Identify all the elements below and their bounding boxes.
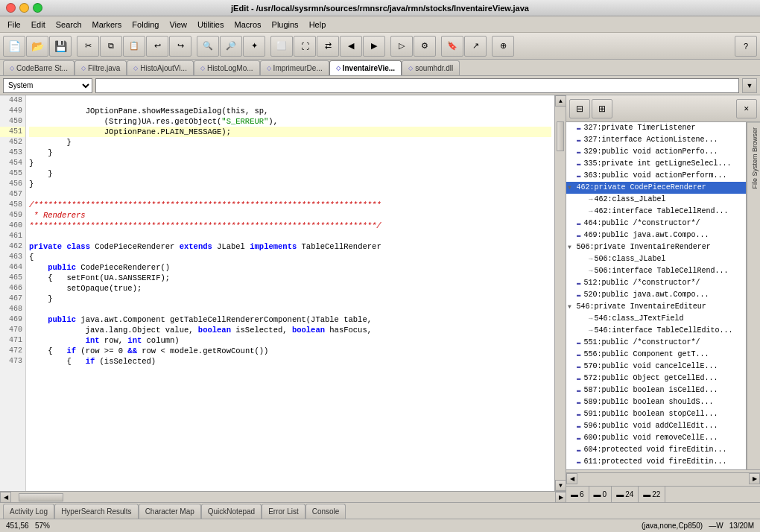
- copy-button[interactable]: ⧉: [100, 36, 122, 57]
- tree-item[interactable]: ▬327:interface ActionListene...: [566, 134, 746, 146]
- open-file-button[interactable]: 📂: [26, 36, 48, 57]
- menu-search[interactable]: Search: [51, 19, 86, 31]
- tree-item[interactable]: ▬329:public void actionPerfo...: [566, 146, 746, 158]
- tree-item[interactable]: ▬587:public boolean isCellEd...: [566, 384, 746, 396]
- search-dropdown-btn[interactable]: ▼: [742, 78, 757, 93]
- count-item-1[interactable]: ▬ 6: [566, 487, 589, 502]
- search-input[interactable]: [95, 78, 739, 93]
- tree-item[interactable]: ▬596:public void addCellEdit...: [566, 420, 746, 432]
- search-button[interactable]: 🔍: [197, 36, 219, 57]
- tab-imprimeur[interactable]: ◇ ImprimeurDe...: [260, 60, 329, 75]
- menu-folding[interactable]: Folding: [127, 19, 163, 31]
- bottom-tab-quicknotepad[interactable]: QuickNotepad: [201, 504, 262, 519]
- nav-prev-button[interactable]: ◀: [340, 36, 362, 57]
- save-file-button[interactable]: 💾: [49, 36, 72, 57]
- redo-button[interactable]: ↪: [169, 36, 191, 57]
- tree-item[interactable]: ▬600:public void removeCellE...: [566, 432, 746, 444]
- tree-expand-arrow[interactable]: ▼: [568, 183, 575, 193]
- tree-expand-arrow[interactable]: ▼: [568, 302, 575, 312]
- tree-item[interactable]: →462:class_JLabel: [566, 194, 746, 206]
- help-button[interactable]: ?: [735, 36, 757, 57]
- scroll-up-button[interactable]: ▲: [555, 95, 566, 107]
- tree-item[interactable]: ▼ 462:private CodePieceRenderer: [566, 182, 746, 194]
- compile-button[interactable]: ⚙: [414, 36, 436, 57]
- tree-item[interactable]: ▬572:public Object getCellEd...: [566, 373, 746, 384]
- replace-button[interactable]: 🔎: [220, 36, 242, 57]
- menu-macros[interactable]: Macros: [229, 19, 265, 31]
- collapse-folds-button[interactable]: ⛶: [294, 36, 316, 57]
- search-in-dir-button[interactable]: ✦: [243, 36, 265, 57]
- search-mode-select[interactable]: System: [3, 78, 92, 93]
- bottom-tab-charmap[interactable]: Character Map: [139, 504, 201, 519]
- run-button[interactable]: ▷: [390, 36, 413, 57]
- tree-item[interactable]: ▬591:public boolean stopCell...: [566, 408, 746, 420]
- paste-button[interactable]: 📋: [123, 36, 145, 57]
- tree-item[interactable]: ▬604:protected void fireEditin...: [566, 444, 746, 456]
- tree-close-button[interactable]: ✕: [736, 99, 757, 118]
- tree-item[interactable]: ▬551:public /*constructor*/: [566, 337, 746, 349]
- count-item-3[interactable]: ▬ 24: [612, 487, 639, 502]
- maximize-button[interactable]: [33, 3, 42, 13]
- bottom-tab-console[interactable]: Console: [305, 504, 346, 519]
- tree-item[interactable]: ▬335:private int getLigneSelecl...: [566, 158, 746, 170]
- hscroll-thumb[interactable]: [19, 493, 63, 501]
- code-editor[interactable]: 448 449 450 451 452 453 454 455 456 457 …: [0, 95, 566, 491]
- tree-item[interactable]: ▬363:public void actionPerform...: [566, 170, 746, 182]
- hscroll-right-button[interactable]: ▶: [555, 492, 566, 503]
- tree-item[interactable]: ▬464:public /*constructor*/: [566, 218, 746, 229]
- right-hscroll-left[interactable]: ◀: [566, 473, 577, 484]
- menu-plugins[interactable]: Plugins: [267, 19, 303, 31]
- tree-item[interactable]: ▬520:public java.awt.Compo...: [566, 289, 746, 301]
- menu-view[interactable]: View: [165, 19, 191, 31]
- new-file-button[interactable]: 📄: [3, 36, 25, 57]
- tab-codebarrest[interactable]: ◇ CodeBarre St...: [3, 60, 75, 75]
- cut-button[interactable]: ✂: [77, 36, 99, 57]
- tree-item[interactable]: ▼ 506:private InventaireRenderer: [566, 241, 746, 253]
- tree-item[interactable]: →506:interface TableCellRend...: [566, 265, 746, 277]
- right-hscroll-track[interactable]: [577, 473, 749, 484]
- tree-item[interactable]: →546:class_JTextField: [566, 313, 746, 325]
- tree-item[interactable]: ▬611:protected void fireEditin...: [566, 456, 746, 468]
- bottom-tab-errorlist[interactable]: Error List: [262, 504, 305, 519]
- menu-markers[interactable]: Markers: [88, 19, 127, 31]
- horizontal-scrollbar[interactable]: ◀ ▶: [0, 491, 566, 502]
- tree-item[interactable]: →546:interface TableCellEdito...: [566, 325, 746, 337]
- tree-item[interactable]: →506:class_JLabel: [566, 253, 746, 265]
- tree-item[interactable]: ▬570:public void cancelCellE...: [566, 361, 746, 373]
- undo-button[interactable]: ↩: [146, 36, 168, 57]
- hscroll-track[interactable]: [11, 492, 555, 503]
- hscroll-left-button[interactable]: ◀: [0, 492, 11, 503]
- minimize-button[interactable]: [19, 3, 29, 13]
- tree-view[interactable]: ▬327:private TimerListener▬327:interface…: [566, 122, 747, 469]
- tree-collapse-button[interactable]: ⊟: [569, 99, 590, 118]
- bottom-tab-hypersearch[interactable]: HyperSearch Results: [54, 504, 138, 519]
- tab-inventaire[interactable]: ◇ InventaireVie...: [329, 60, 402, 75]
- vertical-scrollbar[interactable]: ▲ ▼: [554, 95, 566, 491]
- bookmark-button[interactable]: 🔖: [441, 36, 463, 57]
- tree-item[interactable]: →462:interface TableCellRend...: [566, 206, 746, 218]
- tree-item[interactable]: ▬512:public /*constructor*/: [566, 277, 746, 289]
- tree-item[interactable]: ▼ 546:private InventaireEditeur: [566, 301, 746, 313]
- tab-soumhdr[interactable]: ◇ soumhdr.dll: [402, 60, 460, 75]
- count-item-4[interactable]: ▬ 22: [639, 487, 665, 502]
- goto-button[interactable]: ↗: [464, 36, 487, 57]
- tab-histoajout[interactable]: ◇ HistoAjoutVi...: [127, 60, 194, 75]
- tab-histolog[interactable]: ◇ HistoLogMo...: [194, 60, 260, 75]
- code-lines[interactable]: JOptionPane.showMessageDialog(this, sp, …: [26, 95, 554, 491]
- menu-edit[interactable]: Edit: [27, 19, 50, 31]
- right-hscroll-right[interactable]: ▶: [749, 473, 760, 484]
- scroll-down-button[interactable]: ▼: [555, 480, 566, 491]
- scroll-thumb[interactable]: [557, 121, 564, 151]
- tab-filtre[interactable]: ◇ Filtre.java: [75, 60, 127, 75]
- menu-utilities[interactable]: Utilities: [193, 19, 228, 31]
- scroll-track[interactable]: [555, 107, 566, 480]
- tree-item[interactable]: ▬556:public Component getT...: [566, 349, 746, 361]
- zoom-in-button[interactable]: ⊕: [492, 36, 514, 57]
- menu-help[interactable]: Help: [305, 19, 331, 31]
- tree-item[interactable]: ▬589:public boolean shouldS...: [566, 396, 746, 408]
- count-item-2[interactable]: ▬ 0: [589, 487, 612, 502]
- tree-expand-arrow[interactable]: ▼: [568, 242, 575, 253]
- tree-item[interactable]: ▬469:public java.awt.Compo...: [566, 229, 746, 241]
- file-system-browser-tab[interactable]: File System Browser: [747, 122, 760, 194]
- tree-item[interactable]: ▬327:private TimerListener: [566, 122, 746, 134]
